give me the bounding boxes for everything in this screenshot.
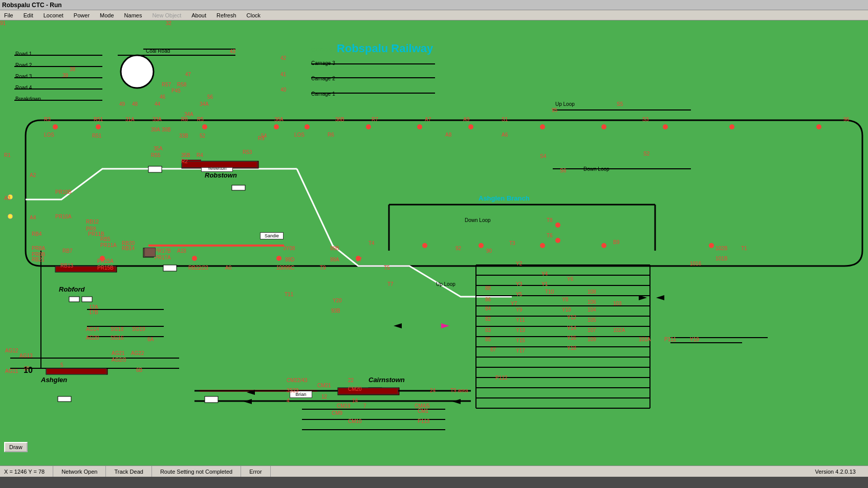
- robstown-platform-train: [182, 161, 257, 168]
- svg-point-54: [816, 124, 821, 129]
- route-status: Route Setting not Completed: [152, 466, 241, 477]
- route-text: Route Setting not Completed: [160, 469, 232, 475]
- svg-point-62: [601, 243, 606, 248]
- track-text: Track Dead: [114, 469, 143, 475]
- menu-edit[interactable]: Edit: [21, 12, 35, 19]
- status-bar: X = 1246 Y = 78 Network Open Track Dead …: [0, 465, 868, 477]
- svg-point-46: [305, 124, 310, 129]
- cairnstown-platform-train: [338, 388, 398, 394]
- menu-power[interactable]: Power: [72, 12, 92, 19]
- svg-point-50: [540, 124, 545, 129]
- svg-point-63: [709, 243, 714, 248]
- menu-mode[interactable]: Mode: [98, 12, 116, 19]
- svg-point-57: [276, 256, 281, 261]
- svg-point-65: [8, 214, 13, 219]
- svg-rect-82: [148, 166, 162, 172]
- title-bar: Robspalu CTC - Run: [0, 0, 868, 10]
- menu-names[interactable]: Names: [122, 12, 144, 19]
- svg-point-60: [479, 243, 484, 248]
- menu-file[interactable]: File: [2, 12, 15, 19]
- ashglen-platform-train: [46, 368, 106, 374]
- svg-point-56: [192, 256, 197, 261]
- svg-rect-87: [232, 185, 245, 190]
- svg-rect-84: [69, 297, 79, 302]
- svg-point-58: [356, 256, 361, 261]
- version-display: Version 4.2.0.13: [807, 466, 864, 477]
- sandie-train[interactable]: Sandie: [260, 232, 284, 239]
- svg-point-55: [100, 256, 105, 261]
- svg-point-49: [468, 124, 473, 129]
- svg-point-52: [663, 124, 668, 129]
- menu-bar: File Edit Loconet Power Mode Names New O…: [0, 10, 868, 20]
- loco-box-robford: [144, 248, 156, 257]
- svg-point-79: [555, 223, 560, 228]
- version-text: Version 4.2.0.13: [815, 469, 856, 475]
- svg-point-80: [555, 238, 560, 243]
- ashglen-number: 10: [24, 366, 33, 375]
- menu-about[interactable]: About: [189, 12, 208, 19]
- error-status: Error: [241, 466, 270, 477]
- svg-marker-98: [452, 399, 461, 404]
- svg-rect-85: [82, 297, 92, 302]
- goods-label: GOODS: [311, 47, 333, 53]
- network-text: Network Open: [61, 469, 97, 475]
- railway-title: Robspalu Railway: [337, 42, 433, 55]
- main-canvas: GOODS Robspalu Railway Road 1 Road 2 Roa…: [0, 20, 868, 465]
- track-diagram: [0, 20, 868, 465]
- menu-refresh[interactable]: Refresh: [214, 12, 238, 19]
- menu-new-object[interactable]: New Object: [150, 12, 183, 19]
- robford-platform-train: [55, 266, 116, 272]
- error-text: Error: [249, 469, 262, 475]
- svg-point-64: [8, 194, 13, 199]
- coordinates: X = 1246 Y = 78: [4, 469, 45, 475]
- svg-marker-93: [394, 323, 402, 328]
- title-text: Robspalu CTC - Run: [2, 2, 62, 9]
- svg-marker-95: [656, 295, 664, 300]
- svg-point-45: [274, 124, 279, 129]
- svg-point-59: [422, 243, 427, 248]
- svg-rect-86: [58, 396, 71, 402]
- svg-point-44: [202, 124, 207, 129]
- svg-marker-92: [441, 323, 449, 328]
- svg-rect-83: [163, 265, 177, 271]
- menu-loconet[interactable]: Loconet: [41, 12, 66, 19]
- coords-display: X = 1246 Y = 78: [4, 466, 53, 477]
- draw-button[interactable]: Draw: [4, 442, 28, 452]
- track-status: Track Dead: [106, 466, 151, 477]
- menu-clock[interactable]: Clock: [245, 12, 263, 19]
- network-status: Network Open: [53, 466, 106, 477]
- svg-rect-89: [205, 396, 218, 403]
- svg-point-66: [121, 55, 154, 88]
- svg-point-43: [96, 124, 101, 129]
- svg-point-48: [417, 124, 422, 129]
- svg-marker-97: [244, 399, 252, 404]
- svg-point-51: [601, 124, 606, 129]
- svg-point-42: [53, 124, 58, 129]
- svg-point-47: [366, 124, 371, 129]
- svg-point-53: [729, 124, 734, 129]
- brian-train[interactable]: Brian: [290, 391, 312, 398]
- svg-point-61: [540, 243, 545, 248]
